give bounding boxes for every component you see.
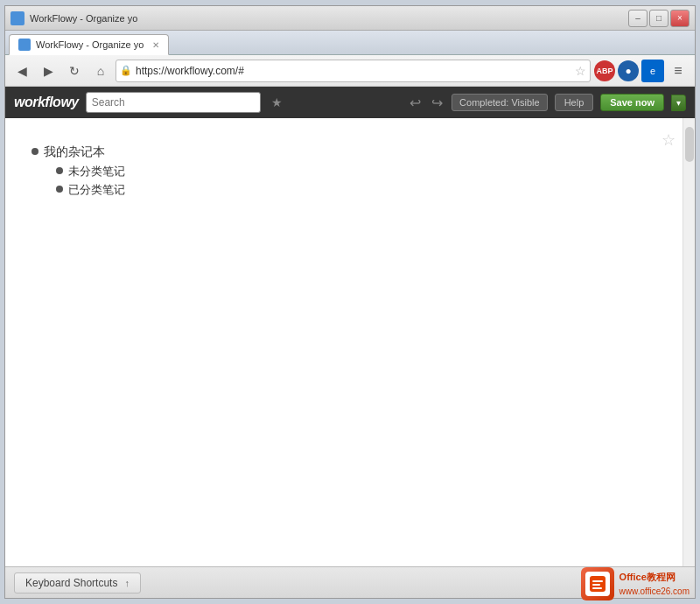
outline-list: 我的杂记本 未分类笔记 已分类笔记: [32, 144, 656, 198]
app-bookmark-icon[interactable]: ★: [271, 95, 283, 109]
keyboard-shortcuts-button[interactable]: Keyboard Shortcuts ↑: [14, 572, 141, 593]
scrollbar[interactable]: [682, 118, 695, 566]
browser-menu-button[interactable]: ≡: [667, 60, 690, 82]
home-button[interactable]: ⌂: [89, 60, 112, 82]
svg-rect-0: [590, 576, 606, 592]
sub-list: 未分类笔记 已分类笔记: [56, 164, 656, 198]
page-favorite-star[interactable]: ☆: [662, 130, 676, 150]
save-dropdown-button[interactable]: ▾: [671, 95, 686, 111]
search-box[interactable]: [86, 92, 261, 113]
save-now-button[interactable]: Save now: [600, 94, 664, 111]
tab-bar: WorkFlowy - Organize yo ✕: [5, 31, 695, 55]
title-bar: WorkFlowy - Organize yo – □ ×: [5, 6, 695, 31]
svg-rect-1: [592, 580, 603, 582]
tab-favicon-icon: [18, 39, 31, 51]
window-controls: – □ ×: [628, 10, 690, 27]
adblock-icon[interactable]: ABP: [594, 60, 615, 81]
outline-item-text: 未分类笔记: [68, 164, 125, 179]
address-star-icon[interactable]: ☆: [575, 64, 586, 78]
forward-button[interactable]: ▶: [37, 60, 60, 82]
tab-close-icon[interactable]: ✕: [152, 40, 159, 50]
watermark-text: Office教程网 www.office26.com: [620, 570, 690, 598]
list-item: 已分类笔记: [56, 182, 656, 198]
undo-button[interactable]: ↩: [408, 95, 423, 111]
watermark-logo: [581, 567, 614, 600]
keyboard-shortcuts-label: Keyboard Shortcuts: [25, 577, 117, 589]
address-bar[interactable]: 🔒 ☆: [116, 60, 591, 82]
address-input[interactable]: [136, 65, 571, 77]
back-button[interactable]: ◀: [10, 60, 33, 82]
bottom-bar: Keyboard Shortcuts ↑ Office教程网 www.offic…: [5, 566, 695, 598]
redo-button[interactable]: ↪: [430, 95, 444, 111]
bullet-icon: [32, 148, 38, 155]
bullet-icon: [56, 167, 63, 174]
outline-item-child-1[interactable]: 未分类笔记: [56, 164, 656, 179]
app-header: workflowy ★ ↩ ↪ Completed: Visible Help …: [5, 87, 695, 118]
scrollbar-thumb[interactable]: [685, 127, 694, 162]
content-area: ☆ 我的杂记本 未分类笔记: [5, 118, 682, 566]
refresh-button[interactable]: ↻: [63, 60, 86, 82]
browser-toolbar: ◀ ▶ ↻ ⌂ 🔒 ☆ ABP ● e ≡: [5, 55, 695, 87]
maximize-button[interactable]: □: [649, 10, 668, 27]
extension-icon-1[interactable]: ●: [618, 60, 639, 81]
up-arrow-icon: ↑: [124, 578, 130, 588]
browser-window: WorkFlowy - Organize yo – □ × WorkFlowy …: [4, 5, 696, 599]
tab-favicon: [10, 11, 24, 25]
close-button[interactable]: ×: [670, 10, 690, 27]
completed-toggle-button[interactable]: Completed: Visible: [452, 94, 548, 111]
outline-item-text: 已分类笔记: [68, 182, 125, 198]
workflowy-logo: workflowy: [14, 95, 79, 110]
browser-tab-active[interactable]: WorkFlowy - Organize yo ✕: [9, 34, 169, 55]
bullet-icon: [56, 186, 63, 193]
list-item: 我的杂记本 未分类笔记 已分类笔记: [32, 144, 656, 198]
ssl-lock-icon: 🔒: [120, 65, 132, 76]
minimize-button[interactable]: –: [628, 10, 648, 27]
svg-rect-3: [592, 587, 602, 589]
list-item: 未分类笔记: [56, 164, 656, 179]
help-button[interactable]: Help: [555, 94, 594, 111]
ie-icon[interactable]: e: [641, 60, 664, 82]
main-content: ☆ 我的杂记本 未分类笔记: [5, 118, 695, 566]
svg-rect-2: [592, 584, 600, 586]
browser-toolbar-icons: ABP ● e ≡: [594, 60, 690, 82]
search-input[interactable]: [92, 96, 255, 109]
outline-item-child-2[interactable]: 已分类笔记: [56, 182, 656, 198]
outline-item-text: 我的杂记本: [44, 144, 105, 160]
outline-item-root[interactable]: 我的杂记本: [32, 144, 656, 160]
window-title: WorkFlowy - Organize yo: [30, 13, 628, 24]
tab-label: WorkFlowy - Organize yo: [36, 39, 144, 50]
